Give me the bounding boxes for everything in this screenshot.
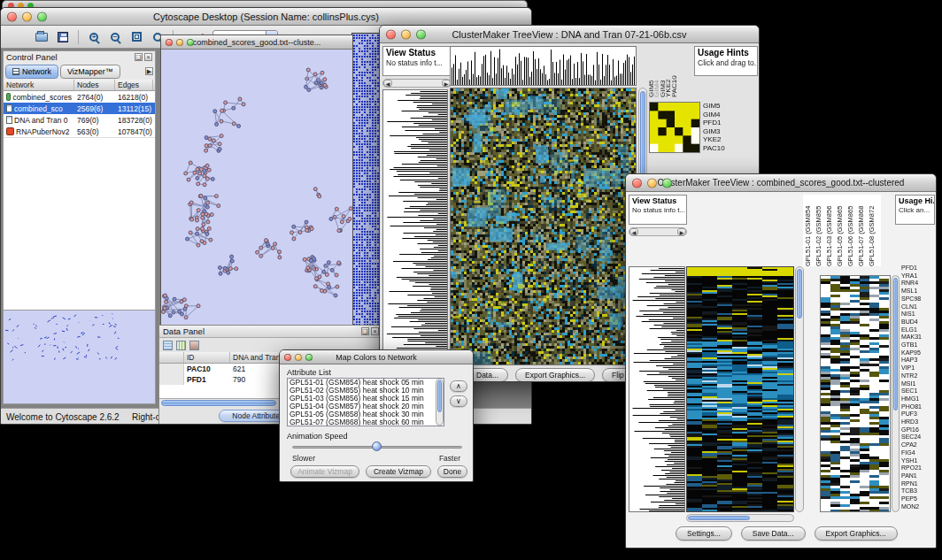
zoom-fit-button[interactable] bbox=[127, 28, 145, 46]
heatmap-vscrollbar[interactable] bbox=[795, 266, 804, 512]
summary-heatmap-canvas[interactable] bbox=[650, 103, 699, 152]
row-dendrogram-canvas[interactable] bbox=[383, 90, 447, 364]
network-window-titlebar[interactable]: combined_scores_good.txt--cluste... bbox=[161, 35, 352, 50]
scroll-thumb[interactable] bbox=[437, 380, 442, 412]
close-button[interactable] bbox=[632, 178, 642, 188]
minimize-button[interactable] bbox=[647, 178, 657, 188]
scroll-right-arrow[interactable]: ▶ bbox=[677, 228, 686, 235]
close-panel-button[interactable]: × bbox=[144, 53, 152, 61]
save-session-button[interactable] bbox=[54, 28, 72, 46]
close-button[interactable] bbox=[284, 354, 291, 361]
network-row[interactable]: DNA and Tran 0 769(0) 183728(0) bbox=[4, 114, 155, 126]
column-header-network[interactable]: Network bbox=[4, 80, 74, 90]
dialog-titlebar[interactable]: Map Colors to Network bbox=[280, 350, 473, 364]
network-row[interactable]: RNAPuberNov2 563(0) 107847(0) bbox=[4, 126, 155, 137]
treeview-dna-titlebar[interactable]: ClusterMaker TreeView : DNA and Tran 07-… bbox=[380, 26, 759, 43]
column-header-id[interactable]: ID bbox=[184, 352, 230, 363]
float-panel-button[interactable]: ❑ bbox=[135, 53, 143, 61]
gene-label[interactable]: RPN1 bbox=[901, 480, 937, 488]
row-dendrogram-canvas[interactable] bbox=[629, 267, 684, 511]
scroll-thumb[interactable] bbox=[893, 278, 898, 410]
scroll-left-arrow[interactable]: ◀ bbox=[383, 80, 392, 87]
gene-label[interactable]: MSI1 bbox=[901, 380, 937, 388]
column-header-nodes[interactable]: Nodes bbox=[74, 80, 115, 90]
gene-label[interactable]: RPO21 bbox=[901, 464, 937, 472]
heatmap-hscrollbar[interactable] bbox=[686, 514, 794, 522]
gene-label[interactable]: SEC24 bbox=[901, 433, 937, 441]
export-graphics-button[interactable]: Export Graphics... bbox=[815, 526, 898, 541]
close-button[interactable] bbox=[386, 29, 396, 39]
gene-label[interactable]: RNR4 bbox=[901, 280, 937, 288]
gene-label[interactable]: NTR2 bbox=[901, 372, 937, 380]
scroll-left-arrow[interactable]: ◀ bbox=[629, 228, 638, 235]
row-selector-header[interactable] bbox=[159, 352, 184, 363]
data-panel-titlebar[interactable]: Data Panel ❑ × bbox=[159, 326, 382, 338]
dendrogram-hscrollbar[interactable]: ◀ ▶ bbox=[629, 227, 687, 236]
move-up-button[interactable]: ∧ bbox=[450, 380, 467, 392]
attribute-list-item[interactable]: GPL51-07 (GSM868) heat shock 60 min bbox=[288, 418, 444, 426]
gene-label[interactable]: HAP3 bbox=[901, 357, 937, 364]
minimize-button[interactable] bbox=[176, 39, 183, 46]
zoom-vscrollbar[interactable] bbox=[892, 275, 900, 512]
scroll-thumb[interactable] bbox=[688, 516, 750, 520]
zoom-button[interactable] bbox=[662, 178, 672, 188]
network-overview-canvas[interactable] bbox=[4, 311, 155, 403]
export-graphics-button[interactable]: Export Graphics... bbox=[515, 368, 595, 382]
network-row[interactable]: combined_scores 2764(0) 16218(0) bbox=[4, 91, 155, 103]
gene-label[interactable]: MSL1 bbox=[901, 288, 937, 295]
zoom-button[interactable] bbox=[416, 29, 426, 39]
save-data-button[interactable]: Save Data... bbox=[741, 526, 806, 541]
gene-label[interactable]: MAK31 bbox=[901, 334, 937, 341]
zoom-button[interactable] bbox=[37, 12, 47, 21]
treeview-combined-titlebar[interactable]: ClusterMaker TreeView : combined_scores_… bbox=[626, 174, 936, 192]
dendrogram-hscrollbar[interactable]: ◀ ▶ bbox=[382, 79, 452, 88]
select-attributes-button[interactable] bbox=[163, 341, 173, 350]
data-panel-float-button[interactable]: ❑ bbox=[361, 327, 369, 335]
done-button[interactable]: Done bbox=[437, 465, 467, 478]
gene-label[interactable]: PUF3 bbox=[901, 410, 937, 418]
scroll-thumb[interactable] bbox=[797, 269, 802, 318]
tab-overflow-button[interactable]: ▶ bbox=[145, 67, 153, 75]
create-vizmap-button[interactable]: Create Vizmap bbox=[366, 465, 431, 478]
heatmap-canvas[interactable] bbox=[451, 88, 636, 364]
gene-label[interactable]: TCB3 bbox=[901, 487, 937, 495]
gene-label[interactable]: VIP1 bbox=[901, 364, 937, 372]
gene-label[interactable]: CLN1 bbox=[901, 303, 937, 311]
gene-label[interactable]: HMG1 bbox=[901, 395, 937, 403]
animation-speed-slider[interactable] bbox=[292, 441, 462, 452]
zoom-in-button[interactable]: + bbox=[85, 28, 103, 46]
scroll-thumb[interactable] bbox=[161, 400, 276, 406]
attribute-matrix-button[interactable] bbox=[176, 341, 186, 350]
gene-label[interactable]: GTB1 bbox=[901, 341, 937, 349]
column-header-edges[interactable]: Edges bbox=[115, 80, 153, 90]
tab-vizmapper[interactable]: VizMapper™ bbox=[60, 65, 120, 79]
gene-label[interactable]: SEC1 bbox=[901, 387, 937, 395]
gene-label[interactable]: PEP5 bbox=[901, 495, 937, 503]
zoom-out-button[interactable]: − bbox=[106, 28, 124, 46]
tab-network[interactable]: Network bbox=[5, 65, 58, 79]
gene-label[interactable]: PFD1 bbox=[901, 265, 937, 272]
gene-label[interactable]: PHO81 bbox=[901, 403, 937, 411]
gene-label[interactable]: NIS1 bbox=[901, 311, 937, 318]
global-heatmap-canvas[interactable] bbox=[687, 267, 793, 511]
gene-label[interactable]: KAP95 bbox=[901, 349, 937, 357]
attribute-list-scrollbar[interactable] bbox=[436, 379, 444, 426]
gene-label[interactable]: FIG4 bbox=[901, 449, 937, 457]
minimize-button[interactable] bbox=[22, 12, 32, 21]
gene-label[interactable]: CPA2 bbox=[901, 441, 937, 449]
zoom-button[interactable] bbox=[187, 39, 194, 46]
gene-label[interactable]: GPI16 bbox=[901, 426, 937, 434]
delete-attribute-button[interactable] bbox=[189, 341, 199, 350]
gene-label[interactable]: HRD3 bbox=[901, 418, 937, 426]
gene-label[interactable]: PAN1 bbox=[901, 472, 937, 480]
gene-label[interactable]: BUD4 bbox=[901, 318, 937, 326]
settings-button[interactable]: Settings... bbox=[676, 526, 732, 541]
zoom-button[interactable] bbox=[305, 354, 313, 361]
column-dendrogram-canvas[interactable] bbox=[451, 47, 636, 85]
network-row-selected[interactable]: combined_sco 2569(6) 13112(15) bbox=[4, 103, 155, 114]
gene-label[interactable]: YRA1 bbox=[901, 272, 937, 280]
minimize-button[interactable] bbox=[295, 354, 302, 361]
gene-label[interactable]: ELG1 bbox=[901, 326, 937, 334]
open-session-button[interactable] bbox=[33, 28, 50, 46]
close-button[interactable] bbox=[7, 12, 17, 21]
